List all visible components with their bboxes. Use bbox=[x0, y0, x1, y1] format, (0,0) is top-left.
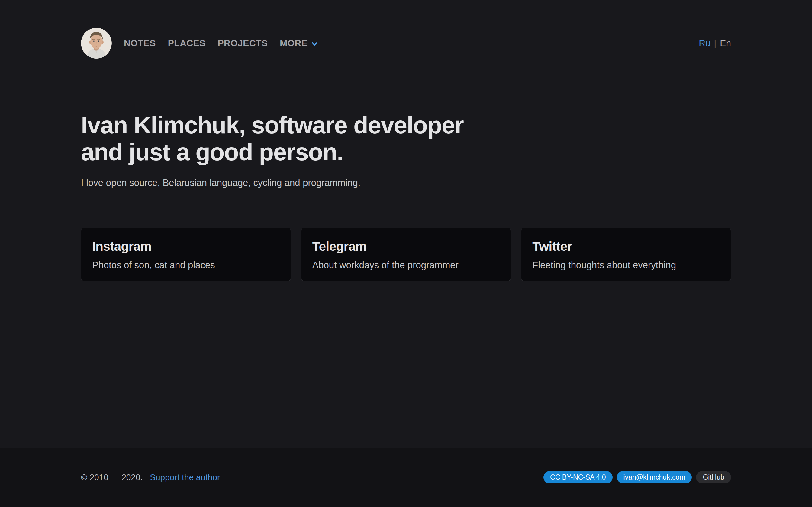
github-badge[interactable]: GitHub bbox=[696, 471, 731, 484]
card-title: Twitter bbox=[532, 239, 720, 254]
card-telegram[interactable]: Telegram About workdays of the programme… bbox=[301, 228, 511, 281]
nav-label: NOTES bbox=[124, 38, 156, 48]
hero-section: Ivan Klimchuk, software developer and ju… bbox=[81, 112, 731, 189]
lang-divider: | bbox=[714, 38, 717, 48]
page-title-line-1: Ivan Klimchuk, software developer bbox=[81, 112, 731, 138]
footer-badges: CC BY-NC-SA 4.0 ivan@klimchuk.com GitHub bbox=[544, 471, 731, 484]
lang-en-current[interactable]: En bbox=[720, 38, 731, 48]
nav-item-projects[interactable]: PROJECTS bbox=[218, 38, 268, 48]
social-cards: Instagram Photos of son, cat and places … bbox=[81, 228, 731, 281]
email-badge[interactable]: ivan@klimchuk.com bbox=[617, 471, 692, 484]
main-nav: NOTES PLACES PROJECTS MORE bbox=[124, 38, 319, 48]
main-content: Ivan Klimchuk, software developer and ju… bbox=[0, 59, 812, 448]
hero-subtitle: I love open source, Belarusian language,… bbox=[81, 177, 731, 189]
avatar[interactable] bbox=[81, 28, 112, 59]
support-author-link[interactable]: Support the author bbox=[150, 472, 220, 482]
nav-item-places[interactable]: PLACES bbox=[168, 38, 206, 48]
lang-ru-link[interactable]: Ru bbox=[699, 38, 710, 48]
nav-item-notes[interactable]: NOTES bbox=[124, 38, 156, 48]
nav-item-more[interactable]: MORE bbox=[280, 38, 319, 48]
site-header: NOTES PLACES PROJECTS MORE Ru | En bbox=[0, 0, 812, 59]
page-title-line-2: and just a good person. bbox=[81, 138, 731, 165]
language-switcher: Ru | En bbox=[699, 38, 731, 48]
card-description: About workdays of the programmer bbox=[312, 260, 500, 271]
card-title: Instagram bbox=[92, 239, 280, 254]
page-title: Ivan Klimchuk, software developer and ju… bbox=[81, 112, 731, 165]
nav-label: PROJECTS bbox=[218, 38, 268, 48]
nav-label: MORE bbox=[280, 38, 308, 48]
site-footer: © 2010 — 2020. Support the author CC BY-… bbox=[0, 448, 812, 507]
card-title: Telegram bbox=[312, 239, 500, 254]
card-description: Fleeting thoughts about everything bbox=[532, 260, 720, 271]
card-instagram[interactable]: Instagram Photos of son, cat and places bbox=[81, 228, 291, 281]
card-twitter[interactable]: Twitter Fleeting thoughts about everythi… bbox=[521, 228, 731, 281]
copyright-text: © 2010 — 2020. bbox=[81, 472, 143, 482]
card-description: Photos of son, cat and places bbox=[92, 260, 280, 271]
license-badge[interactable]: CC BY-NC-SA 4.0 bbox=[544, 471, 613, 484]
chevron-down-icon bbox=[311, 40, 319, 48]
nav-label: PLACES bbox=[168, 38, 206, 48]
portrait-photo-icon bbox=[81, 28, 112, 59]
